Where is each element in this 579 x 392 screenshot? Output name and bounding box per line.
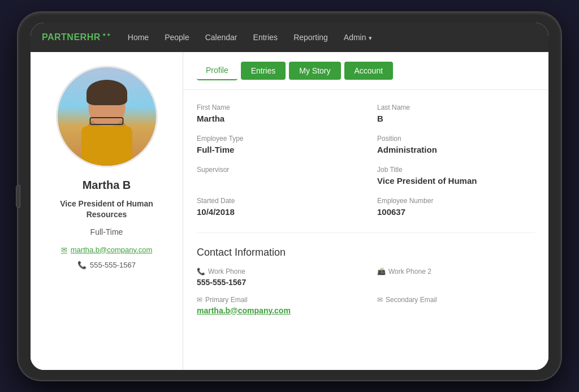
person-hair [87, 80, 127, 105]
nav-item-admin[interactable]: Admin [344, 33, 372, 42]
nav-item-entries[interactable]: Entries [253, 33, 278, 42]
phone-icon: 📞 [77, 261, 87, 269]
detail-panel: Profile Entries My Story Account First N… [183, 52, 548, 370]
last-name-label: Last Name [377, 104, 535, 111]
content-area: Martha B Vice President of Human Resourc… [31, 52, 548, 370]
last-name-value: B [377, 114, 535, 123]
job-title-label: Job Title [377, 166, 535, 174]
logo-text: PARTNERHR [42, 32, 101, 42]
person-shirt [81, 126, 132, 166]
logo: PARTNERHR ✦✦ [42, 32, 111, 42]
position-label: Position [377, 135, 535, 143]
work-phone-label: 📞 Work Phone [197, 268, 355, 275]
work-phone2-label: 📠 Work Phone 2 [377, 268, 535, 275]
field-work-phone2: 📠 Work Phone 2 [377, 268, 535, 287]
email-value: martha.b@company.com [71, 245, 152, 254]
info-grid: First Name Martha Last Name B Employee T… [197, 104, 535, 217]
first-name-value: Martha [197, 114, 355, 123]
field-employee-number: Employee Number 100637 [377, 197, 535, 217]
employee-number-label: Employee Number [377, 197, 535, 205]
nav-items: Home People Calendar Entries Reporting A… [128, 33, 372, 42]
email2-icon-label: ✉ [377, 296, 383, 304]
email-icon: ✉ [61, 245, 67, 254]
tabs-bar: Profile Entries My Story Account [183, 52, 548, 90]
card-name: Martha B [83, 179, 131, 192]
fax-icon-label: 📠 [377, 268, 386, 275]
card-title: Vice President of Human Resources [42, 199, 171, 221]
phone-value: 555-555-1567 [90, 261, 136, 269]
card-type: Full-Time [90, 227, 123, 236]
field-position: Position Administration [377, 135, 535, 154]
employee-type-label: Employee Type [197, 135, 355, 143]
nav-item-home[interactable]: Home [128, 33, 149, 42]
field-last-name: Last Name B [377, 104, 535, 123]
contact-section-title: Contact Information [197, 244, 535, 259]
avatar-photo [58, 67, 156, 166]
logo-hr: HR [87, 32, 101, 42]
admin-label: Admin [344, 33, 366, 42]
avatar-container [56, 66, 158, 167]
section-divider [197, 232, 535, 233]
started-date-value: 10/4/2018 [197, 207, 355, 217]
contact-grid: 📞 Work Phone 555-555-1567 📠 Work Phone 2 [197, 268, 535, 315]
field-secondary-email: ✉ Secondary Email [377, 296, 535, 315]
logo-partner: PARTNER [42, 32, 87, 42]
started-date-label: Started Date [197, 197, 355, 205]
field-work-phone: 📞 Work Phone 555-555-1567 [197, 268, 355, 287]
nav-item-calendar[interactable]: Calendar [205, 33, 237, 42]
admin-dropdown-icon [369, 33, 372, 42]
field-supervisor: Supervisor [197, 166, 355, 186]
primary-email-label-text: Primary Email [205, 296, 248, 304]
primary-email-value[interactable]: martha.b@company.com [197, 306, 355, 315]
employee-number-value: 100637 [377, 207, 535, 217]
field-first-name: First Name Martha [197, 104, 355, 123]
tab-entries[interactable]: Entries [241, 62, 286, 80]
tablet-side-button[interactable] [16, 185, 20, 208]
field-started-date: Started Date 10/4/2018 [197, 197, 355, 217]
work-phone-label-text: Work Phone [208, 268, 245, 275]
field-primary-email: ✉ Primary Email martha.b@company.com [197, 296, 355, 315]
employee-type-value: Full-Time [197, 145, 355, 154]
tablet-screen: PARTNERHR ✦✦ Home People Calendar Entrie… [31, 23, 548, 370]
supervisor-label: Supervisor [197, 166, 355, 174]
nav-item-people[interactable]: People [165, 33, 189, 42]
field-job-title: Job Title Vice President of Human [377, 166, 535, 186]
profile-card: Martha B Vice President of Human Resourc… [31, 52, 183, 370]
secondary-email-label-text: Secondary Email [386, 296, 437, 304]
position-value: Administration [377, 145, 535, 154]
work-phone-value: 555-555-1567 [197, 278, 355, 287]
tab-profile[interactable]: Profile [197, 61, 237, 80]
card-email[interactable]: ✉ martha.b@company.com [61, 245, 152, 254]
detail-content: First Name Martha Last Name B Employee T… [183, 90, 548, 370]
first-name-label: First Name [197, 104, 355, 111]
secondary-email-label: ✉ Secondary Email [377, 296, 535, 304]
card-phone: 📞 555-555-1567 [77, 261, 136, 269]
person-glasses [90, 117, 124, 125]
navbar: PARTNERHR ✦✦ Home People Calendar Entrie… [31, 23, 548, 52]
logo-leaves-icon: ✦✦ [102, 32, 111, 38]
nav-item-reporting[interactable]: Reporting [293, 33, 328, 42]
work-phone2-label-text: Work Phone 2 [388, 268, 431, 275]
tab-story[interactable]: My Story [289, 62, 340, 80]
phone-icon-label: 📞 [197, 268, 205, 275]
email-icon-label: ✉ [197, 296, 202, 304]
tab-account[interactable]: Account [344, 62, 394, 80]
field-employee-type: Employee Type Full-Time [197, 135, 355, 154]
tablet-frame: PARTNERHR ✦✦ Home People Calendar Entrie… [18, 12, 561, 380]
job-title-value: Vice President of Human [377, 176, 535, 186]
primary-email-label: ✉ Primary Email [197, 296, 355, 304]
